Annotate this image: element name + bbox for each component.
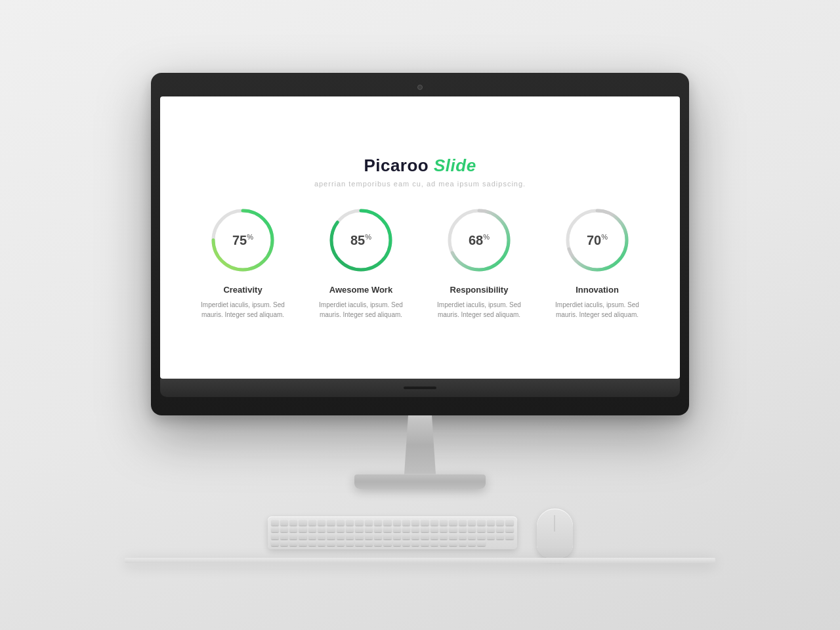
monitor: Picaroo Slide aperrian temporibus eam cu… (151, 73, 689, 415)
camera-icon (417, 85, 423, 90)
key (327, 541, 335, 547)
key (411, 541, 419, 547)
key (327, 520, 335, 526)
creativity-desc: Imperdiet iaculis, ipsum. Sed mauris. In… (197, 300, 289, 320)
key (346, 520, 354, 526)
circle-innovation: 70% (564, 207, 630, 273)
key (393, 534, 401, 539)
key (402, 520, 410, 526)
key (468, 520, 476, 526)
key (440, 541, 448, 547)
awesome-work-label: Awesome Work (329, 285, 392, 295)
key (477, 534, 485, 539)
key (402, 534, 410, 539)
key (299, 541, 306, 547)
key (308, 534, 316, 539)
key (355, 534, 363, 539)
key (411, 534, 419, 539)
key (505, 527, 513, 533)
key (421, 527, 429, 533)
key (505, 534, 513, 539)
key (374, 527, 382, 533)
key (383, 520, 391, 526)
mouse (537, 509, 573, 558)
key (411, 527, 419, 533)
key (271, 527, 279, 533)
key (289, 534, 297, 539)
awesome-work-percentage: 85% (350, 232, 371, 247)
key (440, 520, 448, 526)
key (430, 527, 438, 533)
key (374, 534, 382, 539)
key (421, 534, 429, 539)
key (477, 541, 485, 547)
key (383, 527, 391, 533)
key (477, 527, 485, 533)
metric-creativity: 75% Creativity Imperdiet iaculis, ipsum.… (197, 207, 289, 320)
creativity-percentage: 75% (232, 232, 253, 247)
responsibility-desc: Imperdiet iaculis, ipsum. Sed mauris. In… (433, 300, 525, 320)
key (308, 520, 316, 526)
keyboard-area (268, 509, 573, 558)
key (383, 534, 391, 539)
keyboard (268, 516, 517, 549)
key (402, 541, 410, 547)
key (271, 541, 279, 547)
key (318, 520, 326, 526)
key (289, 527, 297, 533)
key (449, 534, 457, 539)
key (318, 541, 326, 547)
key (355, 541, 363, 547)
key (496, 534, 504, 539)
monitor-stand-neck (400, 415, 440, 474)
key (496, 520, 504, 526)
metric-innovation: 70% Innovation Imperdiet iaculis, ipsum.… (551, 207, 643, 320)
slide-subtitle: aperrian temporibus eam cu, ad mea ipsum… (314, 180, 526, 188)
key (468, 541, 476, 547)
key (327, 527, 335, 533)
key (440, 527, 448, 533)
key (402, 527, 410, 533)
key (449, 541, 457, 547)
key (449, 527, 457, 533)
scene: Picaroo Slide aperrian temporibus eam cu… (151, 73, 689, 558)
key (487, 534, 495, 539)
innovation-label: Innovation (576, 285, 619, 295)
key (505, 520, 513, 526)
key (299, 527, 306, 533)
key (487, 527, 495, 533)
key (365, 520, 373, 526)
key (496, 527, 504, 533)
circle-creativity: 75% (210, 207, 276, 273)
key (421, 520, 429, 526)
key (280, 520, 288, 526)
key (271, 520, 279, 526)
key (477, 520, 485, 526)
key (280, 541, 288, 547)
key (459, 541, 467, 547)
key (421, 541, 429, 547)
key (280, 534, 288, 539)
title-part2: Slide (434, 156, 476, 175)
key (459, 520, 467, 526)
title-part1: Picaroo (364, 156, 434, 175)
slide-header: Picaroo Slide aperrian temporibus eam cu… (314, 156, 526, 188)
key (327, 534, 335, 539)
circle-awesome-work: 85% (328, 207, 394, 273)
key (430, 520, 438, 526)
key (355, 527, 363, 533)
slide-title: Picaroo Slide (314, 156, 526, 176)
key (308, 527, 316, 533)
metric-responsibility: 68% Responsibility Imperdiet iaculis, ip… (433, 207, 525, 320)
key (468, 534, 476, 539)
key (449, 520, 457, 526)
monitor-bottom (160, 379, 680, 397)
responsibility-label: Responsibility (450, 285, 509, 295)
metric-awesome-work: 85% Awesome Work Imperdiet iaculis, ipsu… (315, 207, 407, 320)
key (289, 541, 297, 547)
key (346, 541, 354, 547)
key (337, 527, 345, 533)
monitor-bezel-top (160, 82, 680, 93)
key (411, 520, 419, 526)
key (383, 541, 391, 547)
